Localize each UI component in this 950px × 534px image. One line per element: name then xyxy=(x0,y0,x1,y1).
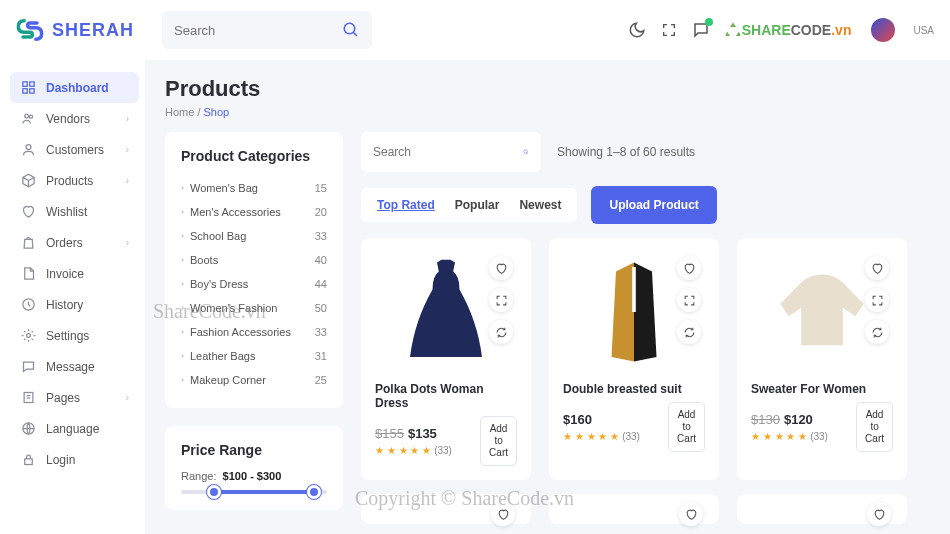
header-search[interactable] xyxy=(162,11,372,49)
compare-button[interactable] xyxy=(677,320,701,344)
compare-button[interactable] xyxy=(489,320,513,344)
theme-toggle[interactable] xyxy=(628,21,646,39)
file-icon xyxy=(20,266,36,281)
add-to-cart-button[interactable]: AddtoCart xyxy=(668,402,705,452)
sidebar-item-dashboard[interactable]: Dashboard xyxy=(10,72,139,103)
chevron-right-icon: › xyxy=(181,231,184,241)
search-icon xyxy=(342,21,360,39)
category-item[interactable]: ›Makeup Corner25 xyxy=(181,368,327,392)
compare-button[interactable] xyxy=(865,320,889,344)
sidebar-item-label: Customers xyxy=(46,143,104,157)
sidebar-item-label: Pages xyxy=(46,391,80,405)
product-title: Double breasted suit xyxy=(563,382,705,396)
sidebar-item-history[interactable]: History xyxy=(10,289,139,320)
sidebar-item-vendors[interactable]: Vendors› xyxy=(10,103,139,134)
chevron-right-icon: › xyxy=(126,392,129,403)
heart-icon xyxy=(495,262,508,275)
wishlist-button[interactable] xyxy=(867,502,891,526)
tab-popular[interactable]: Popular xyxy=(455,198,500,212)
product-card[interactable] xyxy=(549,494,719,524)
category-label: Women's Bag xyxy=(190,182,258,194)
chevron-right-icon: › xyxy=(126,144,129,155)
sidebar-item-label: Vendors xyxy=(46,112,90,126)
quickview-button[interactable] xyxy=(677,288,701,312)
category-item[interactable]: ›Women's Fashion50 xyxy=(181,296,327,320)
chevron-right-icon: › xyxy=(181,279,184,289)
sidebar-item-orders[interactable]: Orders› xyxy=(10,227,139,258)
slider-handle-min[interactable] xyxy=(207,485,221,499)
tab-top-rated[interactable]: Top Rated xyxy=(377,198,435,212)
wishlist-button[interactable] xyxy=(489,256,513,280)
sidebar-item-customers[interactable]: Customers› xyxy=(10,134,139,165)
sharecode-badge: SHARECODE.vn xyxy=(724,21,852,39)
heart-icon xyxy=(685,508,698,521)
wishlist-button[interactable] xyxy=(491,502,515,526)
messages-button[interactable] xyxy=(692,21,710,39)
product-price: $130$120 xyxy=(751,412,828,427)
sidebar-item-label: Wishlist xyxy=(46,205,87,219)
category-item[interactable]: ›Boy's Dress44 xyxy=(181,272,327,296)
brand-logo[interactable]: SHERAH xyxy=(16,16,146,44)
breadcrumb-current[interactable]: Shop xyxy=(204,106,230,118)
heart-icon xyxy=(20,204,36,219)
quickview-button[interactable] xyxy=(489,288,513,312)
sidebar-item-pages[interactable]: Pages› xyxy=(10,382,139,413)
svg-point-7 xyxy=(29,115,32,118)
refresh-icon xyxy=(495,326,508,339)
refresh-icon xyxy=(683,326,696,339)
product-card[interactable]: Polka Dots Woman Dress $155$135 ★ ★ ★ ★ … xyxy=(361,238,531,480)
category-label: Makeup Corner xyxy=(190,374,266,386)
quickview-button[interactable] xyxy=(865,288,889,312)
add-to-cart-button[interactable]: AddtoCart xyxy=(856,402,893,452)
breadcrumb: Home / Shop xyxy=(165,106,930,118)
header-search-input[interactable] xyxy=(174,23,342,38)
chevron-right-icon: › xyxy=(181,183,184,193)
category-count: 44 xyxy=(315,278,327,290)
category-item[interactable]: ›Women's Bag15 xyxy=(181,176,327,200)
wishlist-button[interactable] xyxy=(677,256,701,280)
category-item[interactable]: ›Men's Accessories20 xyxy=(181,200,327,224)
upload-product-button[interactable]: Upload Product xyxy=(591,186,716,224)
wishlist-button[interactable] xyxy=(679,502,703,526)
product-search[interactable] xyxy=(361,132,541,172)
category-item[interactable]: ›School Bag33 xyxy=(181,224,327,248)
lang-icon xyxy=(20,421,36,436)
product-search-input[interactable] xyxy=(373,145,523,159)
user-avatar[interactable] xyxy=(871,18,895,42)
pages-icon xyxy=(20,390,36,405)
box-icon xyxy=(20,173,36,188)
users-icon xyxy=(20,111,36,126)
heart-icon xyxy=(497,508,510,521)
svg-line-1 xyxy=(353,32,357,36)
sidebar-item-message[interactable]: Message xyxy=(10,351,139,382)
product-rating: ★ ★ ★ ★ ★(33) xyxy=(563,431,640,442)
slider-handle-max[interactable] xyxy=(307,485,321,499)
sidebar-item-wishlist[interactable]: Wishlist xyxy=(10,196,139,227)
product-image xyxy=(751,252,893,372)
product-card[interactable] xyxy=(361,494,531,524)
svg-point-0 xyxy=(344,23,355,34)
price-range-slider[interactable] xyxy=(181,490,327,494)
tab-newest[interactable]: Newest xyxy=(519,198,561,212)
add-to-cart-button[interactable]: AddtoCart xyxy=(480,416,517,466)
sidebar-item-login[interactable]: Login xyxy=(10,444,139,475)
svg-point-6 xyxy=(24,114,28,118)
sidebar-item-invoice[interactable]: Invoice xyxy=(10,258,139,289)
sidebar-item-language[interactable]: Language xyxy=(10,413,139,444)
wishlist-button[interactable] xyxy=(865,256,889,280)
sidebar-item-label: Invoice xyxy=(46,267,84,281)
category-item[interactable]: ›Boots40 xyxy=(181,248,327,272)
fullscreen-toggle[interactable] xyxy=(660,21,678,39)
breadcrumb-home[interactable]: Home xyxy=(165,106,194,118)
category-item[interactable]: ›Fashion Accessories33 xyxy=(181,320,327,344)
category-count: 33 xyxy=(315,326,327,338)
category-item[interactable]: ›Leather Bags31 xyxy=(181,344,327,368)
sidebar-item-settings[interactable]: Settings xyxy=(10,320,139,351)
sidebar-item-products[interactable]: Products› xyxy=(10,165,139,196)
category-label: Men's Accessories xyxy=(190,206,281,218)
category-count: 25 xyxy=(315,374,327,386)
svg-rect-5 xyxy=(29,89,33,93)
product-card[interactable] xyxy=(737,494,907,524)
product-card[interactable]: Sweater For Women $130$120 ★ ★ ★ ★ ★(33)… xyxy=(737,238,907,480)
product-card[interactable]: Double breasted suit $160 ★ ★ ★ ★ ★(33) … xyxy=(549,238,719,480)
